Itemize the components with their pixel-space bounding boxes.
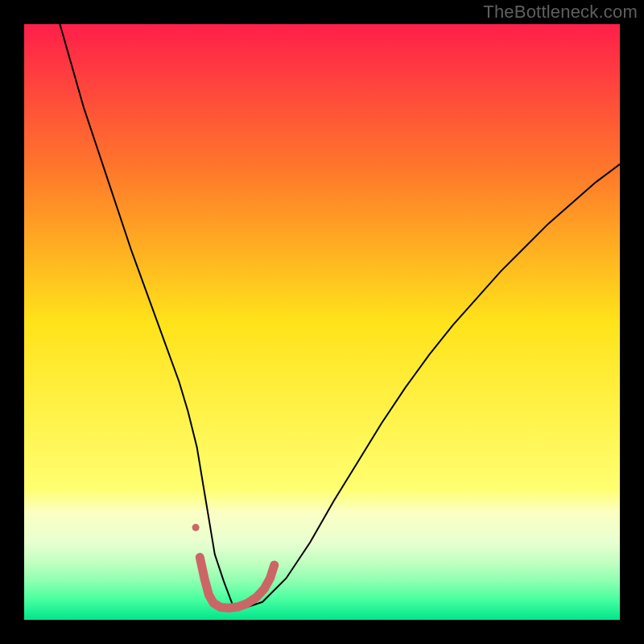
chart-svg — [24, 24, 620, 620]
chart-frame: TheBottleneck.com — [0, 0, 644, 644]
watermark-label: TheBottleneck.com — [483, 2, 638, 23]
highlight-dot — [192, 524, 200, 531]
plot-area — [24, 24, 620, 620]
markers-group — [192, 524, 200, 531]
gradient-background — [24, 24, 620, 620]
